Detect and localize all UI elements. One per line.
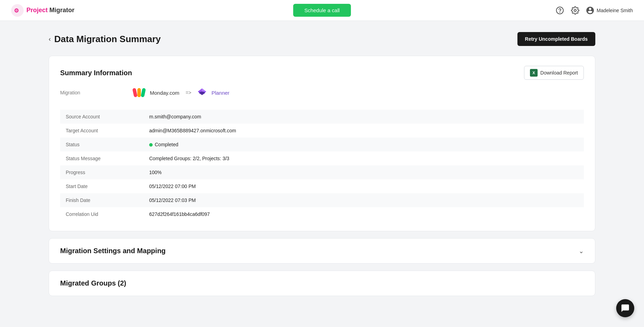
username: Madeleine Smith: [597, 8, 633, 13]
svg-point-4: [574, 9, 576, 11]
row-value: 05/12/2022 07:00 PM: [144, 179, 584, 193]
download-report-label: Download Report: [540, 70, 578, 76]
row-label: Target Account: [60, 124, 144, 138]
monday-dot-orange: [137, 88, 141, 97]
svg-text:⚙: ⚙: [14, 8, 19, 14]
svg-marker-7: [202, 88, 206, 92]
row-label: Correlation Uid: [60, 207, 144, 221]
migration-arrow: =>: [186, 90, 191, 95]
monday-dot-red: [132, 88, 137, 98]
migration-platforms: Monday.com => Planner: [133, 88, 230, 97]
row-label: Source Account: [60, 110, 144, 124]
source-platform-name: Monday.com: [150, 90, 179, 96]
migrated-groups-card: Migrated Groups (2): [49, 271, 595, 296]
navbar: ⚙ Project Migrator Schedule a call M: [0, 0, 644, 21]
planner-logo: [198, 88, 207, 97]
back-arrow-icon[interactable]: ‹: [49, 36, 51, 43]
help-icon[interactable]: [555, 6, 565, 15]
navbar-right: Madeleine Smith: [555, 6, 633, 15]
navbar-brand: ⚙ Project Migrator: [11, 4, 74, 17]
chat-icon: [621, 304, 630, 313]
monday-logo: [133, 88, 145, 97]
account-circle-icon: [586, 6, 595, 15]
table-row: Progress100%: [60, 165, 584, 179]
row-value: Completed: [144, 138, 584, 151]
table-row: Start Date05/12/2022 07:00 PM: [60, 179, 584, 193]
target-platform-name: Planner: [211, 90, 230, 96]
summary-information-title: Summary Information: [60, 69, 132, 77]
main-content: ‹ Data Migration Summary Retry Uncomplet…: [0, 21, 644, 327]
navbar-center: Schedule a call: [293, 4, 351, 17]
table-row: Finish Date05/12/2022 07:03 PM: [60, 193, 584, 207]
table-row: StatusCompleted: [60, 138, 584, 151]
migration-settings-card: Migration Settings and Mapping ⌄: [49, 238, 595, 264]
table-row: Source Accountm.smith@company.com: [60, 110, 584, 124]
migration-settings-header[interactable]: Migration Settings and Mapping ⌄: [49, 239, 595, 263]
table-row: Correlation Uid627d2f264f161bb4ca6df097: [60, 207, 584, 221]
page-title-row: ‹ Data Migration Summary: [49, 34, 161, 45]
row-label: Finish Date: [60, 193, 144, 207]
svg-point-3: [560, 12, 560, 12]
card-header: Summary Information X Download Report: [60, 66, 584, 80]
migrated-groups-header[interactable]: Migrated Groups (2): [49, 271, 595, 296]
settings-icon[interactable]: [570, 6, 580, 15]
row-value: Completed Groups: 2/2, Projects: 3/3: [144, 151, 584, 165]
page-header: ‹ Data Migration Summary Retry Uncomplet…: [49, 32, 595, 46]
row-label: Status Message: [60, 151, 144, 165]
table-row: Status MessageCompleted Groups: 2/2, Pro…: [60, 151, 584, 165]
table-row: Target Accountadmin@M365B889427.onmicros…: [60, 124, 584, 138]
summary-information-card: Summary Information X Download Report Mi…: [49, 56, 595, 231]
chat-bubble-button[interactable]: [616, 299, 634, 317]
row-label: Start Date: [60, 179, 144, 193]
row-label: Status: [60, 138, 144, 151]
excel-icon: X: [530, 69, 538, 77]
row-value: m.smith@company.com: [144, 110, 584, 124]
migration-label: Migration: [60, 90, 130, 95]
brand-name: Project Migrator: [26, 7, 74, 14]
row-value: admin@M365B889427.onmicrosoft.com: [144, 124, 584, 138]
row-value: 627d2f264f161bb4ca6df097: [144, 207, 584, 221]
row-label: Progress: [60, 165, 144, 179]
logo-icon: ⚙: [11, 4, 24, 17]
migrated-groups-title: Migrated Groups (2): [60, 279, 126, 287]
download-report-button[interactable]: X Download Report: [524, 66, 584, 80]
migration-row: Migration Monday.com => Planner: [60, 88, 584, 103]
svg-marker-8: [198, 88, 202, 92]
status-dot-icon: [149, 143, 153, 147]
row-value: 05/12/2022 07:03 PM: [144, 193, 584, 207]
page-title: Data Migration Summary: [54, 34, 161, 45]
schedule-call-button[interactable]: Schedule a call: [293, 4, 351, 17]
info-table: Source Accountm.smith@company.comTarget …: [60, 110, 584, 221]
monday-dot-green: [140, 88, 146, 98]
migration-settings-title: Migration Settings and Mapping: [60, 247, 166, 255]
chevron-down-icon: ⌄: [579, 247, 584, 255]
row-value: 100%: [144, 165, 584, 179]
retry-uncompleted-boards-button[interactable]: Retry Uncompleted Boards: [517, 32, 595, 46]
user-menu[interactable]: Madeleine Smith: [586, 6, 633, 15]
